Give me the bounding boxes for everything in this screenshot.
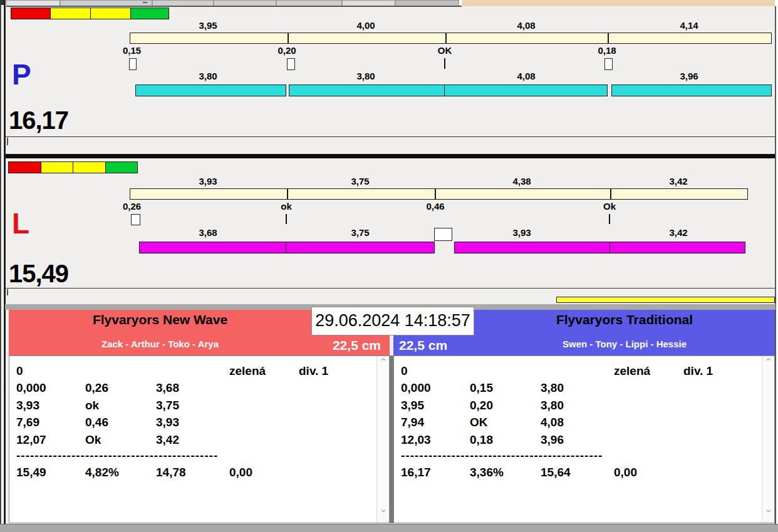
panel-cell: 7,94	[401, 416, 424, 429]
right-panel-scrollbar[interactable]: ˆ ˇ	[762, 356, 774, 523]
scroll-up-icon[interactable]: ˆ	[377, 359, 389, 368]
panel-cell: 12,03	[401, 433, 431, 447]
window-strip-underline	[6, 6, 462, 7]
panel-cell: 4,82%	[85, 466, 119, 479]
panel-cell: 3,42	[156, 433, 179, 447]
lane-p-split-bar	[130, 33, 772, 44]
panel-cell: 0,20	[470, 399, 493, 412]
run-bar-segment	[444, 84, 608, 96]
run-bar-segment	[139, 242, 286, 253]
window-strip-segment[interactable]	[395, 0, 459, 6]
footer-bar	[0, 524, 778, 532]
panel-cell: 0,000	[401, 381, 431, 395]
scroll-up-icon[interactable]: ˆ	[762, 359, 774, 368]
split-bar-divider	[610, 189, 611, 199]
split-bar-divider	[435, 189, 436, 199]
gate-label: 0,20	[262, 45, 312, 56]
indicator-red-segment	[9, 162, 41, 173]
panel-cell: 3,80	[541, 381, 564, 395]
left-results-panel: 0zelenádiv. 10,0000,263,683,93ok3,757,69…	[9, 356, 390, 523]
indicator-green-segment	[106, 162, 137, 173]
panel-cell: 3,93	[16, 399, 39, 412]
panel-cell: 4,08	[541, 416, 564, 429]
panel-cell: 0,26	[85, 381, 108, 395]
gate-label: 0,18	[582, 45, 632, 56]
lane-separator-bar	[6, 154, 775, 158]
yellow-progress-bar	[556, 297, 775, 303]
panel-cell: 15,64	[541, 466, 571, 479]
panel-cell: 3,36%	[470, 466, 504, 479]
run-time-label: 3,68	[177, 227, 239, 238]
panel-cell: OK	[470, 416, 488, 429]
gate-checkbox[interactable]	[131, 214, 140, 225]
section-divider-line	[6, 288, 775, 289]
split-bar-divider	[288, 33, 289, 43]
left-jump-height: 22,5 cm	[274, 338, 381, 353]
lane-l-letter: L	[12, 209, 29, 238]
panel-cell: 16,17	[401, 466, 431, 479]
right-team-members: Swen - Tony - Lippi - Hessie	[474, 339, 775, 349]
run-bar-segment	[454, 242, 610, 253]
run-time-label: 3,80	[177, 71, 239, 81]
indicator-yellow-segment	[51, 8, 91, 19]
datetime-box: 29.06.2024 14:18:57	[311, 307, 474, 335]
indicator-yellow-segment	[73, 162, 106, 173]
gate-label: OK	[420, 45, 470, 56]
scroll-down-icon[interactable]: ˇ	[377, 511, 389, 519]
window-strip-segment[interactable]	[6, 0, 60, 6]
gate-checkbox[interactable]	[604, 58, 613, 70]
panel-cell: ok	[85, 399, 99, 412]
panel-cell: 3,80	[541, 399, 564, 412]
lane-l-status-indicator	[8, 161, 138, 173]
panel-cell: 3,93	[156, 416, 179, 429]
split-time-label: 3,42	[647, 176, 710, 187]
panel-cell: 0	[401, 364, 408, 378]
gate-checkbox[interactable]	[129, 58, 137, 70]
split-bar-divider	[445, 33, 447, 43]
gate-checkbox[interactable]	[434, 228, 452, 241]
split-time-label: 3,95	[177, 20, 239, 31]
indicator-red-segment	[11, 8, 51, 19]
window-strip-segment[interactable]	[342, 0, 395, 6]
panel-cell: zelená	[229, 364, 266, 378]
gate-label: 0,26	[123, 201, 141, 212]
gate-label: 0,15	[123, 45, 141, 56]
section-tick	[7, 289, 8, 295]
split-time-label: 4,38	[490, 176, 553, 187]
left-panel-scrollbar[interactable]: ˆ ˇ	[376, 356, 389, 523]
run-time-label: 3,42	[647, 227, 710, 238]
run-bar-segment	[609, 242, 745, 253]
left-team-members: Zack - Arthur - Toko - Arya	[9, 339, 311, 349]
lane-p-letter: P	[12, 60, 31, 89]
indicator-green-segment	[131, 8, 169, 19]
split-time-label: 4,14	[658, 20, 720, 31]
run-bar-segment	[289, 84, 445, 96]
gate-checkbox[interactable]	[287, 58, 295, 70]
minimize-mark-icon	[143, 2, 147, 3]
panel-cell: 3,75	[156, 399, 179, 412]
panel-cell: 12,07	[16, 433, 46, 447]
panel-dash-line: ----------------------------------------…	[16, 449, 218, 463]
gate-label: 0,46	[410, 201, 460, 212]
panel-cell: Ok	[85, 433, 101, 447]
window-strip-segment[interactable]	[214, 0, 276, 6]
gate-label: ok	[261, 201, 311, 212]
split-time-label: 3,93	[177, 176, 239, 187]
run-time-label: 3,96	[658, 71, 720, 81]
window-strip-segment[interactable]	[276, 0, 342, 6]
panel-cell: zelená	[614, 364, 650, 378]
window-right-border	[775, 6, 776, 524]
panel-cell: 0,18	[470, 433, 493, 447]
right-jump-height: 22,5 cm	[399, 338, 493, 353]
gate-tick	[286, 214, 287, 224]
run-time-label: 3,93	[490, 227, 553, 238]
flyball-timing-screen: 3,95 4,00 4,08 4,14 0,15 0,20 OK 0,18 3,…	[0, 0, 778, 532]
lane-p-status-indicator	[11, 8, 169, 19]
window-corner-mark	[0, 0, 4, 5]
lane-p-total-time: 16,17	[9, 108, 68, 133]
window-strip-segment[interactable]	[60, 0, 152, 6]
window-strip-segment[interactable]	[152, 0, 214, 6]
left-team-name: Flyvaryors New Wave	[9, 312, 311, 327]
scroll-down-icon[interactable]: ˇ	[762, 511, 774, 519]
section-divider-line	[6, 136, 775, 137]
